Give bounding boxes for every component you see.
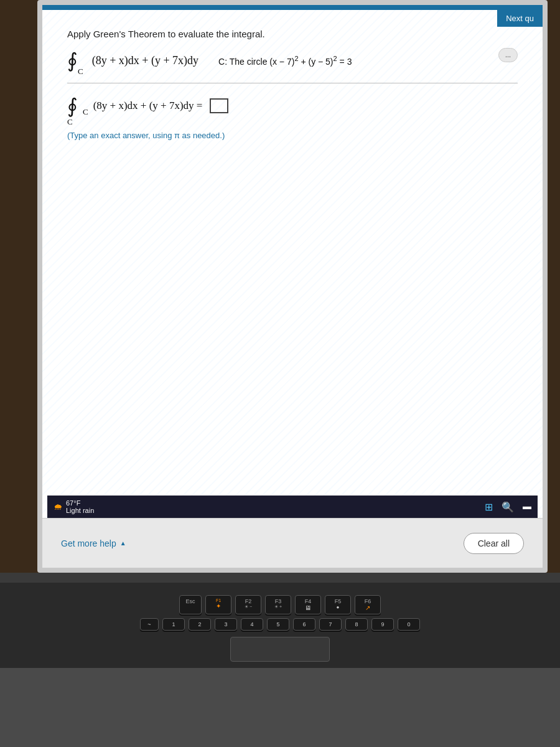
trackpad[interactable] bbox=[230, 637, 330, 662]
c-subscript-top: C bbox=[78, 67, 83, 77]
f5-key[interactable]: F5 ● bbox=[325, 595, 351, 614]
answer-integral-row: ∮ C (8y + x)dx + (y + 7x)dy = bbox=[67, 96, 518, 116]
key-row-1: Esc F1 ✦ F2 ☀ − F3 ☀ + F4 🖥 F5 ● bbox=[37, 595, 523, 614]
taskbar: 🌧 67°F Light rain ⊞ 🔍 ▬ bbox=[47, 496, 538, 518]
integral-display: ∮ C (8y + x)dx + (y + 7x)dy C: The circl… bbox=[67, 50, 518, 70]
key-9[interactable]: 9 bbox=[371, 618, 394, 631]
taskbar-extra-icon[interactable]: ▬ bbox=[523, 502, 531, 512]
taskbar-right: ⊞ 🔍 ▬ bbox=[485, 501, 531, 513]
windows-icon[interactable]: ⊞ bbox=[485, 501, 493, 513]
get-more-help-button[interactable]: Get more help ▲ bbox=[61, 538, 126, 548]
top-bar bbox=[42, 5, 543, 10]
screen-inner: Next qu Apply Green's Theorem to evaluat… bbox=[42, 5, 543, 568]
content-area: Next qu Apply Green's Theorem to evaluat… bbox=[42, 10, 543, 568]
f4-key[interactable]: F4 🖥 bbox=[295, 595, 321, 614]
question-title: Apply Green's Theorem to evaluate the in… bbox=[67, 29, 518, 39]
divider bbox=[67, 83, 518, 83]
f1-key[interactable]: F1 ✦ bbox=[205, 595, 231, 614]
weather-icon: 🌧 bbox=[54, 502, 62, 512]
tilde-key[interactable]: ~ bbox=[140, 618, 159, 631]
laptop-hinge bbox=[0, 573, 560, 583]
f3-key[interactable]: F3 ☀ + bbox=[265, 595, 291, 614]
f2-key[interactable]: F2 ☀ − bbox=[235, 595, 261, 614]
weather-desc: Light rain bbox=[66, 507, 94, 514]
f6-key[interactable]: F6 ↗ bbox=[355, 595, 381, 614]
contour-integral-symbol-2: ∮ bbox=[67, 96, 78, 116]
key-1[interactable]: 1 bbox=[162, 618, 185, 631]
key-8[interactable]: 8 bbox=[345, 618, 368, 631]
key-7[interactable]: 7 bbox=[319, 618, 342, 631]
key-5[interactable]: 5 bbox=[267, 618, 289, 631]
more-options-dots: ... bbox=[505, 50, 511, 59]
key-row-2: ~ 1 2 3 4 5 6 7 8 9 0 bbox=[37, 618, 523, 631]
key-0[interactable]: 0 bbox=[398, 618, 420, 631]
weather-section: 🌧 67°F Light rain bbox=[54, 499, 94, 514]
bottom-bar: Get more help ▲ Clear all bbox=[42, 518, 543, 568]
answer-section: ∮ C (8y + x)dx + (y + 7x)dy = C (Type an… bbox=[67, 96, 518, 140]
answer-input-box[interactable] bbox=[210, 98, 228, 113]
keyboard-area: Esc F1 ✦ F2 ☀ − F3 ☀ + F4 🖥 F5 ● bbox=[0, 583, 560, 668]
type-hint: (Type an exact answer, using π as needed… bbox=[67, 131, 518, 140]
key-4[interactable]: 4 bbox=[241, 618, 263, 631]
get-more-help-arrow: ▲ bbox=[120, 540, 126, 547]
c-subscript-answer: C bbox=[83, 107, 88, 117]
answer-c-label: C bbox=[67, 117, 518, 127]
main-content: Apply Green's Theorem to evaluate the in… bbox=[42, 10, 543, 153]
key-2[interactable]: 2 bbox=[189, 618, 211, 631]
key-3[interactable]: 3 bbox=[215, 618, 237, 631]
more-options-button[interactable]: ... bbox=[498, 48, 518, 62]
get-more-help-label: Get more help bbox=[61, 538, 116, 548]
contour-integral-symbol: ∮ bbox=[67, 50, 78, 70]
search-icon[interactable]: 🔍 bbox=[502, 501, 514, 513]
weather-temp: 67°F bbox=[66, 499, 94, 507]
laptop-screen: Next qu Apply Green's Theorem to evaluat… bbox=[37, 0, 548, 573]
key-6[interactable]: 6 bbox=[293, 618, 315, 631]
integral-expression-top: (8y + x)dx + (y + 7x)dy bbox=[92, 54, 198, 67]
esc-key[interactable]: Esc bbox=[179, 595, 202, 614]
clear-all-button[interactable]: Clear all bbox=[464, 533, 524, 554]
circle-condition: C: The circle (x − 7)2 + (y − 5)2 = 3 bbox=[218, 55, 352, 67]
integral-expression-answer: (8y + x)dx + (y + 7x)dy = bbox=[93, 100, 203, 112]
laptop-body: Esc F1 ✦ F2 ☀ − F3 ☀ + F4 🖥 F5 ● bbox=[0, 573, 560, 747]
